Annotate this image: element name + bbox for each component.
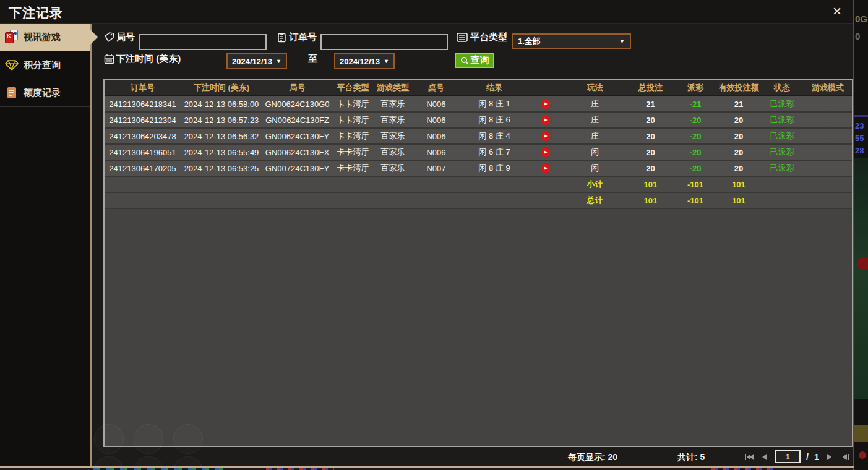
cell-result: 闲 8 庄 1 — [460, 96, 528, 111]
page-title: 下注记录 — [9, 4, 63, 22]
bet-records-dialog: 下注记录 × 9 K 视讯游戏 积分查询 — [0, 0, 854, 470]
cell-platform: 卡卡湾厅 — [332, 161, 374, 176]
cell-play: 闲 — [562, 145, 627, 160]
cell-result: 闲 8 庄 6 — [460, 113, 528, 127]
cell-order-no: 241213064218341 — [105, 96, 181, 111]
cell-order-no: 241213064212304 — [105, 113, 181, 127]
table-row: 241213064196051 2024-12-13 06:55:49 GN00… — [105, 145, 852, 161]
table-body: 241213064218341 2024-12-13 06:58:00 GN00… — [105, 96, 852, 177]
order-no-label: 订单号 — [289, 32, 317, 43]
round-no-input[interactable] — [139, 34, 267, 50]
per-page-label: 每页显示: 20 — [568, 452, 617, 463]
sidebar-item-video-games[interactable]: 9 K 视讯游戏 — [0, 24, 90, 51]
page-number-input[interactable] — [775, 450, 801, 463]
chevron-down-icon: ▼ — [384, 58, 389, 64]
col-header: 平台类型 — [332, 80, 374, 95]
underlay-text: 0 — [855, 31, 860, 41]
cell-round-no: GN00624C130FY — [262, 129, 332, 143]
cell-payout: -20 — [674, 129, 717, 143]
first-page-icon[interactable] — [744, 452, 754, 462]
play-circle-icon[interactable] — [541, 100, 550, 109]
playing-cards-icon: 9 K — [5, 30, 19, 45]
underlay-ghost-circle — [94, 424, 124, 454]
list-icon — [457, 32, 467, 43]
cell-round-no: GN00624C130G0 — [262, 96, 332, 111]
search-button[interactable]: 查询 — [455, 53, 494, 68]
date-from-select[interactable]: 2024/12/13 ▼ — [226, 53, 287, 69]
close-icon[interactable]: × — [828, 2, 846, 20]
cell-game-type: 百家乐 — [374, 161, 412, 176]
cell-platform: 卡卡湾厅 — [332, 113, 374, 127]
cell-play: 闲 — [562, 161, 627, 176]
underlay-text: 0G — [855, 14, 867, 24]
platform-type-value: 1.全部 — [518, 36, 616, 47]
chevron-down-icon: ▼ — [619, 38, 625, 45]
col-header: 玩法 — [562, 80, 627, 95]
cell-status: 已派彩 — [760, 113, 804, 127]
cell-order-no: 241213064203478 — [105, 129, 181, 143]
next-page-icon[interactable] — [825, 452, 835, 462]
clipboard-icon — [277, 32, 287, 43]
col-header: 游戏类型 — [374, 80, 412, 95]
magnifier-icon — [460, 56, 469, 65]
play-circle-icon[interactable] — [541, 132, 550, 141]
prev-page-icon[interactable] — [759, 452, 769, 462]
order-no-input[interactable] — [320, 34, 448, 50]
subtotal-valid-bet: 101 — [717, 177, 760, 192]
col-header: 有效投注额 — [717, 80, 760, 95]
cell-valid-bet: 21 — [717, 96, 760, 111]
screen: 0G 0 23 55 28 下注记录 × 9 K 视讯游戏 — [0, 0, 868, 470]
cell-payout: -20 — [674, 113, 717, 127]
col-header: 派彩 — [674, 80, 717, 95]
play-circle-icon[interactable] — [541, 164, 550, 173]
table-row: 241213064170205 2024-12-13 06:53:25 GN00… — [105, 161, 852, 177]
cell-game-type: 百家乐 — [374, 129, 412, 143]
cell-mode: - — [804, 96, 852, 111]
play-circle-icon[interactable] — [541, 148, 550, 157]
cell-table-no: N007 — [412, 161, 460, 176]
round-no-label: 局号 — [116, 32, 135, 43]
sidebar-item-quota-records[interactable]: 额度记录 — [0, 79, 90, 107]
platform-type-select[interactable]: 1.全部 ▼ — [512, 33, 631, 49]
play-circle-icon[interactable] — [541, 116, 550, 125]
col-header: 桌号 — [412, 80, 460, 95]
cell-valid-bet: 20 — [717, 145, 760, 160]
table-row: 241213064203478 2024-12-13 06:56:32 GN00… — [105, 129, 852, 145]
gem-icon — [5, 58, 19, 72]
sidebar-item-points-query[interactable]: 积分查询 — [0, 51, 90, 79]
dialog-titlebar: 下注记录 × — [0, 0, 853, 24]
table-row: 241213064212304 2024-12-13 06:57:23 GN00… — [105, 113, 852, 129]
cell-result: 闲 8 庄 9 — [460, 161, 528, 176]
cell-table-no: N006 — [412, 129, 460, 143]
cell-payout: -20 — [674, 161, 717, 176]
table-row: 241213064218341 2024-12-13 06:58:00 GN00… — [105, 96, 852, 113]
underlay-table-felt — [854, 158, 868, 399]
subtotal-payout: -101 — [674, 177, 717, 192]
cell-valid-bet: 20 — [717, 113, 760, 127]
cell-platform: 卡卡湾厅 — [332, 96, 374, 111]
cell-platform: 卡卡湾厅 — [332, 129, 374, 143]
bet-records-table: 订单号 下注时间 (美东) 局号 平台类型 游戏类型 桌号 结果 玩法 总投注 … — [103, 79, 853, 447]
bet-time-label: 下注时间 (美东) — [116, 53, 181, 65]
last-page-icon[interactable] — [840, 452, 850, 462]
cell-order-no: 241213064170205 — [105, 161, 181, 176]
underlay-red-dot — [859, 451, 866, 459]
sidebar-item-label: 视讯游戏 — [24, 32, 61, 43]
col-header: 下注时间 (美东) — [181, 80, 262, 95]
chevron-down-icon: ▼ — [276, 58, 281, 64]
cell-table-no: N006 — [412, 145, 460, 160]
underlay-red-shape — [857, 257, 868, 270]
cell-status: 已派彩 — [760, 96, 804, 111]
col-header: 局号 — [262, 80, 332, 95]
date-to-select[interactable]: 2024/12/13 ▼ — [334, 53, 395, 69]
underlay-gold-shape — [854, 425, 868, 442]
grand-total-label: 总计 — [562, 193, 627, 208]
cell-payout: -20 — [674, 145, 717, 160]
col-header: 总投注 — [627, 80, 674, 95]
cell-payout: -21 — [674, 96, 717, 111]
document-icon — [5, 86, 19, 100]
grand-total-valid-bet: 101 — [717, 193, 760, 208]
grand-total-row: 总计 101 -101 101 — [105, 193, 852, 209]
cell-status: 已派彩 — [760, 129, 804, 143]
cell-mode: - — [804, 145, 852, 160]
